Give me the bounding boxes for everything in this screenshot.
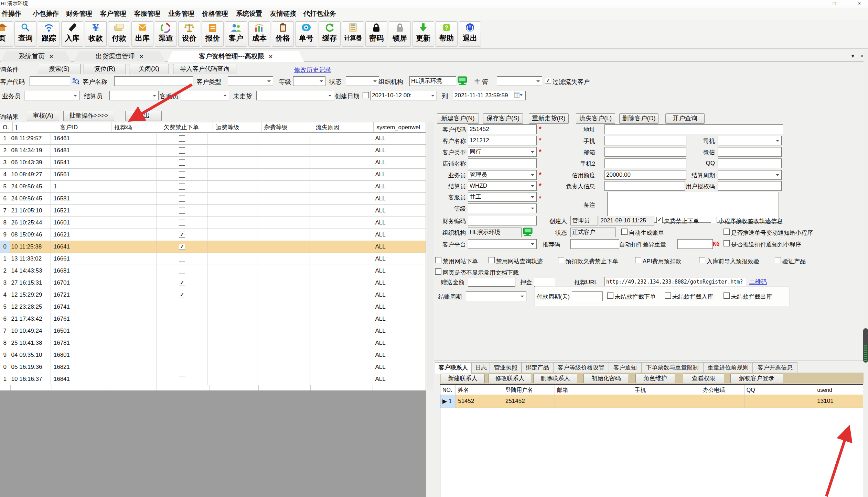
customer-table-scroll-strip[interactable] xyxy=(427,122,433,390)
account-query-button[interactable]: 开户查询 xyxy=(665,113,705,124)
arrears-checkbox[interactable] xyxy=(179,220,185,226)
table-row[interactable]: 412 15:29:2916721ALL xyxy=(0,289,426,301)
mini-sign-checkbox[interactable] xyxy=(711,217,717,223)
settle-cycle-select[interactable] xyxy=(718,170,782,180)
new-customer-button[interactable]: 新建客户(N) xyxy=(437,113,479,124)
table-row[interactable]: 208 14:34:1916481ALL xyxy=(0,144,426,156)
close-query-button[interactable]: 关闭(X) xyxy=(129,64,169,74)
toolbar-button-设价[interactable]: 设价 xyxy=(178,21,200,47)
toolbar-button-单号[interactable]: 单号 xyxy=(295,21,317,47)
arrears-checkbox[interactable] xyxy=(179,268,185,274)
arrears-checkbox[interactable] xyxy=(179,292,185,298)
d-org-picker-icon[interactable] xyxy=(522,227,534,238)
salesman-select[interactable] xyxy=(24,91,79,100)
credit-input[interactable]: 20000.00 xyxy=(604,170,686,180)
push-deduct-checkbox[interactable] xyxy=(724,240,730,246)
table-row[interactable]: 110 16:16:3716841ALL xyxy=(0,373,426,385)
toolbar-button-页[interactable]: 页 xyxy=(0,21,13,47)
table-row[interactable]: 010 11:25:3816641ALL xyxy=(0,241,426,253)
toolbar-button-锁屏[interactable]: 锁屏 xyxy=(389,21,411,47)
email-input[interactable] xyxy=(604,147,686,157)
arrears-checkbox[interactable] xyxy=(179,172,185,178)
forecast-check-checkbox[interactable] xyxy=(699,257,705,263)
lost-customer-button[interactable]: 流失客户(L) xyxy=(576,113,615,124)
toolbar-button-价格[interactable]: 价格 xyxy=(272,21,294,47)
table-row[interactable]: 826 10:25:4416601ALL xyxy=(0,217,426,229)
toolbar-button-计算器[interactable]: 计算器 xyxy=(342,21,364,47)
contact-row[interactable]: ▶ 15145225145213101 xyxy=(440,395,863,408)
toolbar-button-客户[interactable]: 客户 xyxy=(225,21,247,47)
table-row[interactable]: 624 09:56:4516581ALL xyxy=(0,192,426,205)
delete-customer-button[interactable]: 删除客户(D) xyxy=(619,113,658,124)
column-header-8[interactable]: system_openwel xyxy=(374,122,426,133)
contact-column-header-办公电话[interactable]: 办公电话 xyxy=(701,385,744,395)
grade-select[interactable] xyxy=(293,76,325,86)
menu-item-7[interactable]: 系统设置 xyxy=(236,9,262,18)
arrears-checkbox[interactable] xyxy=(179,256,185,262)
finance-code-input[interactable] xyxy=(468,216,537,225)
toolbar-button-跟踪[interactable]: 跟踪 xyxy=(38,21,60,47)
arrears-checkbox[interactable] xyxy=(179,340,185,346)
toolbar-button-帮助[interactable]: ?帮助 xyxy=(436,21,458,47)
name-input[interactable]: 121212 xyxy=(468,136,537,145)
toolbar-button-成本[interactable]: 成本 xyxy=(248,21,270,47)
shop-input[interactable] xyxy=(468,158,537,168)
toolbar-button-渠道[interactable]: 渠道 xyxy=(155,21,177,47)
arrears-block-checkbox[interactable] xyxy=(656,217,663,223)
block-outbound-unsettled-checkbox[interactable] xyxy=(724,292,730,299)
import-code-query-button[interactable]: 导入客户代码查询 xyxy=(173,64,236,74)
column-header-0[interactable]: O. xyxy=(0,122,13,133)
gift-input[interactable] xyxy=(468,277,515,287)
weight-diff-input[interactable] xyxy=(677,239,713,249)
menu-item-6[interactable]: 价格管理 xyxy=(202,9,228,18)
disable-web-track-checkbox[interactable] xyxy=(489,257,495,263)
search-button[interactable]: 搜索(S) xyxy=(38,64,81,74)
referral-input[interactable] xyxy=(570,239,619,249)
audit-button[interactable]: 审核(A) xyxy=(27,111,59,121)
tab-list-dropdown-icon[interactable]: ▼ xyxy=(849,52,857,60)
modify-history-link[interactable]: 修改历史记录 xyxy=(294,66,331,74)
arrears-checkbox[interactable] xyxy=(179,147,185,154)
contact-column-header-邮箱[interactable]: 邮箱 xyxy=(555,385,633,395)
column-header-5[interactable]: 运费等级 xyxy=(213,122,261,133)
arrears-checkbox[interactable] xyxy=(179,328,185,334)
table-row[interactable]: 710 10:49:2416501ALL xyxy=(0,325,426,337)
customer-code-input[interactable] xyxy=(30,76,70,86)
table-row[interactable]: 825 10:41:3816781ALL xyxy=(0,337,426,349)
contact-column-header-手机[interactable]: 手机 xyxy=(633,385,701,395)
contact-tab-绑定产品[interactable]: 绑定产品 xyxy=(522,362,553,373)
tab-系统首页[interactable]: 系统首页× xyxy=(1,51,71,62)
org-picker-icon[interactable] xyxy=(456,76,469,87)
toolbar-button-出库[interactable]: 出库 xyxy=(131,21,153,47)
deposit-input[interactable] xyxy=(534,277,555,287)
contact-button-初始化密码[interactable]: 初始化密码 xyxy=(583,374,629,383)
arrears-checkbox[interactable] xyxy=(179,280,185,286)
toolbar-button-更新[interactable]: 更新 xyxy=(412,21,434,47)
column-header-1[interactable]: ] xyxy=(13,122,54,133)
table-row[interactable]: 512 23:28:2516741ALL xyxy=(0,301,426,313)
menu-item-9[interactable]: 代打包业务 xyxy=(303,9,336,18)
type-select[interactable]: 同行 xyxy=(468,147,537,157)
toolbar-button-退出[interactable]: 退出 xyxy=(459,21,481,47)
menu-item-0[interactable]: 件操作 xyxy=(2,9,21,18)
user-search-icon[interactable] xyxy=(71,76,80,87)
arrears-checkbox[interactable] xyxy=(179,364,185,370)
column-header-7[interactable]: 流失原因 xyxy=(313,122,374,133)
prededuct-arrears-checkbox[interactable] xyxy=(558,257,564,263)
contact-tab-下单票数与重量限制[interactable]: 下单票数与重量限制 xyxy=(641,362,703,373)
customer-type-select[interactable] xyxy=(228,76,273,86)
tab-close-icon[interactable]: × xyxy=(50,53,53,60)
contact-tab-营业执照[interactable]: 营业执照 xyxy=(490,362,522,373)
bill-cycle-select[interactable] xyxy=(466,291,526,301)
api-prededuct-checkbox[interactable] xyxy=(635,257,641,263)
close-button[interactable]: × xyxy=(853,0,866,7)
menu-item-3[interactable]: 客户管理 xyxy=(100,9,126,18)
toolbar-button-缓存[interactable]: 缓存 xyxy=(319,21,341,47)
d-salesman-select[interactable]: 管理员 xyxy=(468,170,537,180)
right-scrollbar-thumb[interactable] xyxy=(863,328,868,363)
d-cs-select[interactable]: 甘工 xyxy=(468,192,537,202)
menu-item-8[interactable]: 友情链接 xyxy=(270,9,296,18)
tab-客户资料管理---高权限[interactable]: 客户资料管理---高权限× xyxy=(167,51,304,62)
contact-button-查看权限[interactable]: 查看权限 xyxy=(683,374,724,383)
maximize-button[interactable]: □ xyxy=(827,0,841,7)
